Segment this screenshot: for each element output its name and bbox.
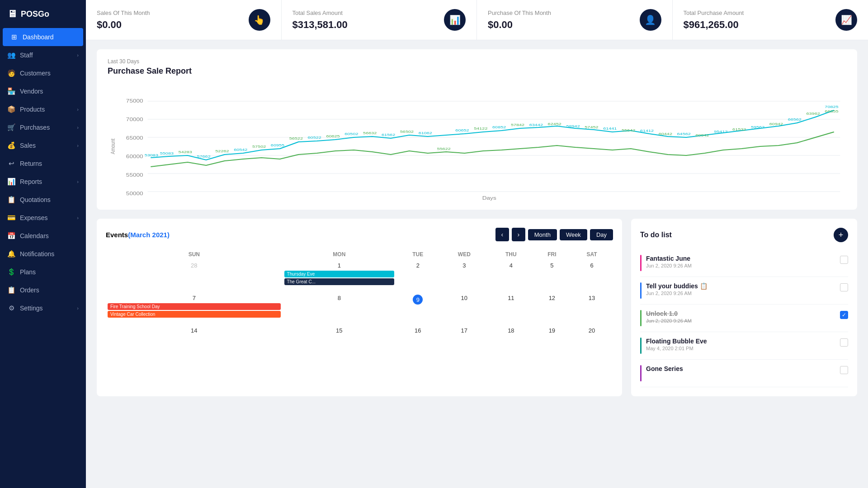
cal-cell-20[interactable]: 20 [571,325,613,358]
sidebar-item-staff[interactable]: 👥 Staff › [0,46,86,64]
sidebar-item-dashboard[interactable]: ⊞ Dashboard [3,28,83,46]
todo-content-4: Gone Series [646,365,835,373]
cal-cell-28[interactable]: 28 [106,260,283,293]
top-card-1: Total Sales Amount $313,581.00 📊 [282,0,477,40]
todo-bar-0 [640,255,642,271]
svg-text:55083: 55083 [160,151,174,155]
customers-icon: 🧑 [7,69,15,77]
todo-date-2: Jun 2, 2020 9:26 AM [646,318,835,324]
calendar-grid: SUN MON TUE WED THU FRI SAT 28 [106,249,613,358]
top-card-value-2: $0.00 [488,19,551,31]
cal-cell-10[interactable]: 10 [440,293,489,325]
calendar-next-btn[interactable]: › [512,228,525,241]
products-label: Products [20,106,72,113]
cal-cell-9-today[interactable]: 9 [396,293,440,325]
todo-bar-2 [640,310,642,326]
cal-cell-5[interactable]: 5 [533,260,571,293]
svg-text:59562: 59562 [751,125,764,129]
sidebar-item-orders[interactable]: 📋 Orders [0,281,86,299]
cal-cell-19[interactable]: 19 [533,325,571,358]
calendar-prev-btn[interactable]: ‹ [495,228,509,241]
sidebar-item-reports[interactable]: 📊 Reports › [0,173,86,191]
logo-icon: 🖥 [7,8,17,20]
todo-check-2[interactable]: ✓ [840,311,848,319]
svg-text:57842: 57842 [511,122,524,127]
sidebar-item-notifications[interactable]: 🔔 Notifications [0,245,86,263]
cal-cell-18[interactable]: 18 [489,325,533,358]
sidebar-item-plans[interactable]: 💲 Plans [0,263,86,281]
calendar-week-btn[interactable]: Week [560,229,587,240]
plans-icon: 💲 [7,268,15,276]
todo-check-0[interactable] [840,256,848,264]
cal-cell-14[interactable]: 14 [106,325,283,358]
sidebar-item-calendars[interactable]: 📅 Calendars [0,227,86,245]
cal-cell-2[interactable]: 2 [396,260,440,293]
svg-text:60542: 60542 [234,147,247,151]
dashboard-label: Dashboard [23,33,76,41]
cal-cell-12[interactable]: 12 [533,293,571,325]
sidebar: 🖥 POSGo ⊞ Dashboard 👥 Staff › 🧑 Customer… [0,0,86,488]
svg-text:60652: 60652 [455,128,469,132]
sidebar-item-vendors[interactable]: 🏪 Vendors [0,82,86,100]
add-todo-btn[interactable]: + [834,228,848,242]
cal-cell-4[interactable]: 4 [489,260,533,293]
cal-cell-3[interactable]: 3 [440,260,489,293]
top-card-icon-3: 📈 [835,9,857,31]
event-vintage-car[interactable]: Vintage Car Collection [108,311,281,318]
top-card-label-0: Sales Of This Month [97,9,150,16]
expenses-label: Expenses [20,214,72,221]
sidebar-item-quotations[interactable]: 📋 Quotations [0,191,86,209]
cal-cell-17[interactable]: 17 [440,325,489,358]
top-card-0: Sales Of This Month $0.00 👆 [86,0,282,40]
sidebar-item-settings[interactable]: ⚙ Settings › [0,299,86,317]
svg-text:55000: 55000 [126,173,143,178]
calendar-month-btn[interactable]: Month [528,229,557,240]
todo-item-2: Unlock 1.0 Jun 2, 2020 9:26 AM ✓ [640,305,848,332]
cal-cell-15[interactable]: 15 [283,325,396,358]
svg-text:60000: 60000 [126,154,143,160]
svg-text:75000: 75000 [126,99,143,104]
cal-cell-1[interactable]: 1 Thursday Eve The Great C... [283,260,396,293]
svg-text:56632: 56632 [363,131,377,135]
expenses-arrow: › [77,215,79,221]
cal-cell-7[interactable]: 7 Fire Training School Day Vintage Car C… [106,293,283,325]
svg-text:52262: 52262 [215,149,229,153]
calendar-month: (March 2021) [128,231,170,239]
cal-cell-11[interactable]: 11 [489,293,533,325]
cal-cell-13[interactable]: 13 [571,293,613,325]
calendar-day-btn[interactable]: Day [590,229,613,240]
svg-text:64562: 64562 [677,131,691,136]
sidebar-item-customers[interactable]: 🧑 Customers [0,64,86,82]
top-card-info-3: Total Purchase Amount $961,265.00 [684,9,744,31]
svg-text:53083: 53083 [145,153,158,157]
top-card-label-3: Total Purchase Amount [684,9,744,16]
todo-item-0: Fantastic June Jun 2, 2020 9:26 AM [640,249,848,277]
todo-check-1[interactable] [840,283,848,291]
vendors-label: Vendors [20,88,79,95]
content-area: Last 30 Days Purchase Sale Report 50000 … [86,40,868,488]
svg-text:60522: 60522 [308,135,321,139]
svg-text:60942: 60942 [769,122,783,126]
top-card-info-0: Sales Of This Month $0.00 [97,9,150,31]
svg-text:55622: 55622 [437,146,450,150]
sidebar-item-sales[interactable]: 💰 Sales › [0,136,86,155]
event-thursday-eve[interactable]: Thursday Eve [284,271,394,277]
todo-check-4[interactable] [840,366,848,374]
reports-arrow: › [77,179,79,184]
sidebar-item-expenses[interactable]: 💳 Expenses › [0,209,86,227]
cal-cell-16[interactable]: 16 [396,325,440,358]
app-logo[interactable]: 🖥 POSGo [0,0,86,28]
sidebar-item-purchases[interactable]: 🛒 Purchases › [0,118,86,136]
notifications-label: Notifications [20,250,79,258]
svg-text:61441: 61441 [603,126,617,130]
sidebar-item-products[interactable]: 📦 Products › [0,100,86,118]
svg-text:60955: 60955 [271,143,284,147]
cal-cell-6[interactable]: 6 [571,260,613,293]
event-great-c[interactable]: The Great C... [284,278,394,285]
todo-check-3[interactable] [840,338,848,347]
svg-text:Amount: Amount [109,138,117,154]
sidebar-item-returns[interactable]: ↩ Returns [0,155,86,173]
event-fire-training[interactable]: Fire Training School Day [108,303,281,310]
settings-icon: ⚙ [7,304,15,312]
cal-cell-8[interactable]: 8 [283,293,396,325]
